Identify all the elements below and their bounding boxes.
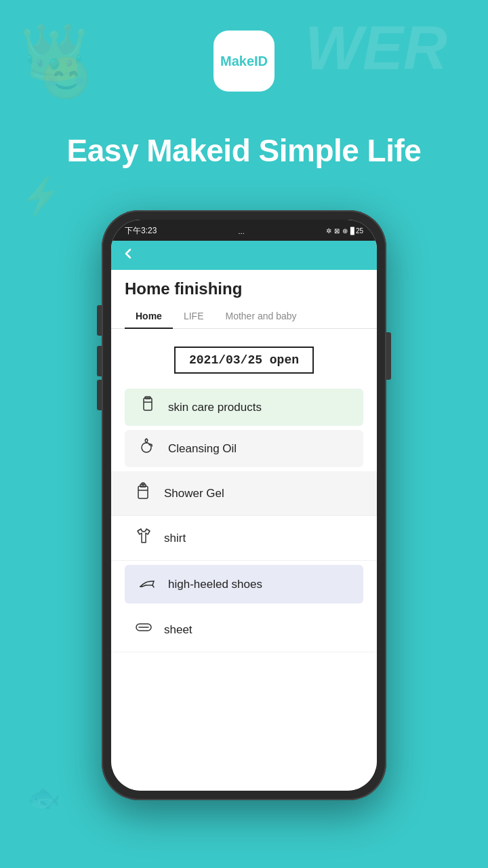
app-icon-wrapper: MakeID — [214, 31, 274, 92]
sheet-label: sheet — [164, 623, 192, 637]
skincare-icon — [136, 395, 160, 419]
tab-life[interactable]: LIFE — [173, 304, 215, 328]
list-item-high-heels[interactable]: high-heeled shoes — [125, 565, 363, 604]
wifi-icon: ⊕ — [342, 227, 348, 235]
phone-mockup: 下午3:23 ... ✲ ⊠ ⊕ ▊25 — [102, 210, 386, 800]
signal-icon: ⊠ — [334, 227, 340, 235]
shirt-icon — [131, 526, 156, 551]
status-time: 下午3:23 — [125, 225, 157, 237]
tab-mother-baby[interactable]: Mother and baby — [214, 304, 307, 328]
tagline: Easy Makeid Simple Life — [0, 132, 488, 169]
list-item-shirt[interactable]: shirt — [111, 516, 377, 561]
page-title: Home finishing — [111, 270, 377, 304]
list-item-skincare[interactable]: skin care products — [125, 389, 363, 426]
list-item-shower-gel[interactable]: Shower Gel — [111, 471, 377, 516]
status-dots: ... — [239, 227, 245, 235]
high-heels-label: high-heeled shoes — [168, 578, 262, 591]
shower-gel-icon — [131, 481, 156, 506]
svg-rect-4 — [138, 486, 148, 498]
shirt-label: shirt — [164, 532, 186, 545]
cleansing-icon — [136, 437, 160, 460]
list-item-cleansing[interactable]: Cleansing Oil — [125, 430, 363, 467]
status-icons: ✲ ⊠ ⊕ ▊25 — [326, 227, 363, 235]
status-bar: 下午3:23 ... ✲ ⊠ ⊕ ▊25 — [111, 220, 377, 241]
back-button[interactable] — [122, 248, 366, 263]
skincare-label: skin care products — [168, 401, 262, 414]
tab-bar: Home LIFE Mother and baby — [111, 304, 377, 329]
list-area: 2021/03/25 open skin care products — [111, 329, 377, 791]
shower-gel-label: Shower Gel — [164, 487, 224, 500]
phone-inner: 下午3:23 ... ✲ ⊠ ⊕ ▊25 — [111, 220, 377, 791]
phone-outer: 下午3:23 ... ✲ ⊠ ⊕ ▊25 — [102, 210, 386, 800]
high-heels-icon — [136, 572, 160, 597]
bluetooth-icon: ✲ — [326, 227, 331, 235]
date-stamp-wrapper: 2021/03/25 open — [111, 336, 377, 384]
battery-icon: ▊25 — [350, 227, 363, 235]
content-area: Home finishing Home LIFE Mother and baby… — [111, 270, 377, 791]
app-icon-text: MakeID — [220, 54, 268, 69]
list-item-sheet[interactable]: sheet — [111, 608, 377, 652]
cleansing-label: Cleansing Oil — [168, 442, 237, 456]
svg-rect-0 — [144, 398, 152, 410]
sheet-icon — [131, 617, 156, 642]
top-bar — [111, 241, 377, 270]
tab-home[interactable]: Home — [125, 304, 173, 328]
app-icon: MakeID — [214, 31, 274, 92]
date-stamp: 2021/03/25 open — [174, 347, 314, 374]
